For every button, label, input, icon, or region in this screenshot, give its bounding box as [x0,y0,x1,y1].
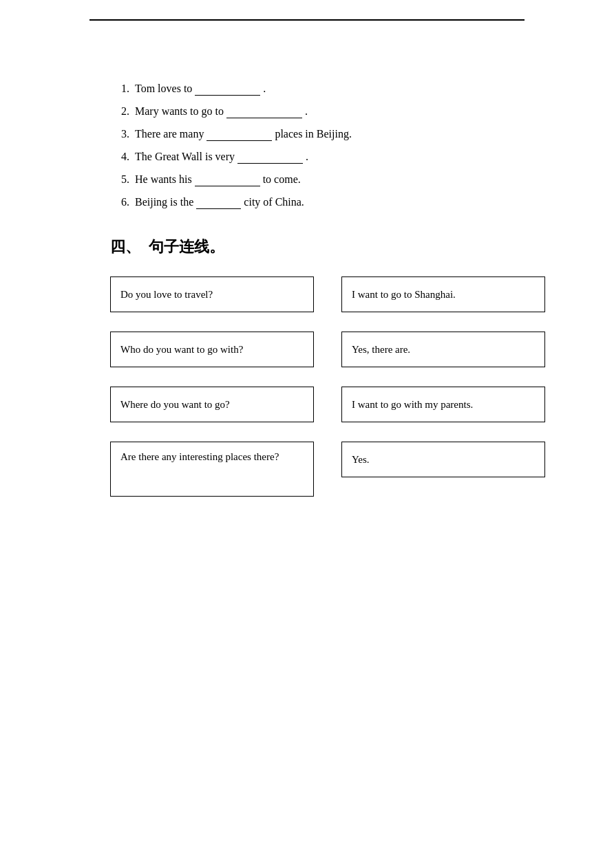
item-suffix-2: . [305,105,308,118]
match-left-1: Do you love to travel? [110,276,314,312]
fill-item-6: 6. Beijing is the city of China. [110,196,545,209]
match-right-2: Yes, there are. [341,332,545,367]
item-suffix-1: . [263,83,266,95]
matching-left-col: Do you love to travel? Who do you want t… [110,276,314,497]
item-number-6: 6. [110,196,129,208]
match-right-1: I want to go to Shanghai. [341,276,545,312]
item-number-1: 1. [110,83,129,95]
section-4-label: 句子连线。 [149,237,224,257]
fill-item-1: 1. Tom loves to . [110,83,545,96]
fill-item-2: 2. Mary wants to go to . [110,105,545,118]
section-4-title: 四、 句子连线。 [110,237,545,257]
item-number-4: 4. [110,151,129,163]
fill-item-4: 4. The Great Wall is very . [110,151,545,164]
blank-5 [195,173,260,186]
match-right-4: Yes. [341,442,545,477]
blank-4 [237,151,303,164]
item-number-5: 5. [110,173,129,186]
blank-3 [207,128,272,141]
item-text-4: The Great Wall is very [135,151,235,163]
item-number-3: 3. [110,128,129,140]
match-left-3: Where do you want to go? [110,387,314,422]
match-right-3: I want to go with my parents. [341,387,545,422]
item-suffix-6: city of China. [244,196,304,208]
item-number-2: 2. [110,105,129,118]
item-suffix-4: . [306,151,308,163]
blank-1 [195,83,260,96]
item-suffix-3: places in Beijing. [275,128,352,140]
item-text-1: Tom loves to [135,83,192,95]
item-text-3: There are many [135,128,204,140]
item-text-2: Mary wants to go to [135,105,224,118]
matching-right-col: I want to go to Shanghai. Yes, there are… [341,276,545,497]
blank-2 [226,105,302,118]
top-divider [89,19,525,21]
item-text-5: He wants his [135,173,192,186]
fill-in-blank-section: 1. Tom loves to . 2. Mary wants to go to… [110,83,545,209]
match-left-4: Are there any interesting places there? [110,442,314,497]
section-4-number: 四、 [110,237,140,257]
matching-section: Do you love to travel? Who do you want t… [110,276,545,497]
blank-6 [196,196,241,209]
item-suffix-5: to come. [263,173,301,186]
fill-item-3: 3. There are many places in Beijing. [110,128,545,141]
fill-item-5: 5. He wants his to come. [110,173,545,186]
match-left-2: Who do you want to go with? [110,332,314,367]
item-text-6: Beijing is the [135,196,193,208]
